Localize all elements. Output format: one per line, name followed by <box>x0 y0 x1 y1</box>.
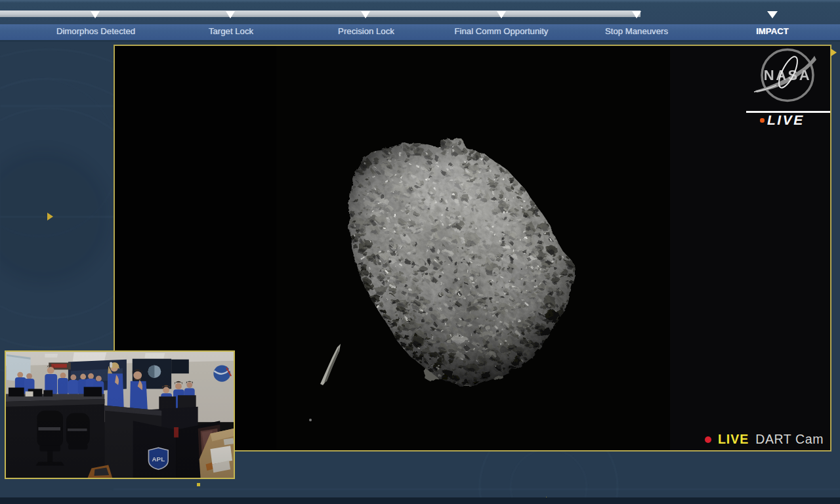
svg-text:NASA: NASA <box>764 67 811 83</box>
